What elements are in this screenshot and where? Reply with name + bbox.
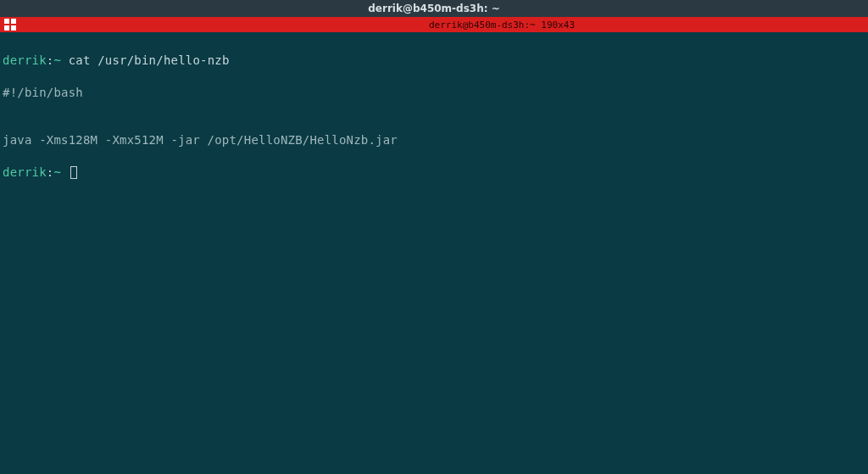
terminal-line: derrik:~ cat /usr/bin/hello-nzb: [3, 53, 865, 69]
terminal-cursor: [70, 166, 77, 179]
tiling-icon[interactable]: [4, 19, 16, 31]
prompt-user: derrik: [3, 53, 47, 67]
terminal-output: #!/bin/bash: [3, 85, 865, 101]
prompt-user: derrik: [3, 165, 47, 179]
prompt-cwd: ~: [53, 53, 61, 67]
command-text: cat /usr/bin/hello-nzb: [69, 53, 230, 67]
window-titlebar: derrik@b450m-ds3h: ~: [0, 0, 868, 17]
terminal-tabbar: derrik@b450m-ds3h:~ 190x43: [0, 17, 868, 32]
tab-info-label: derrik@b450m-ds3h:~ 190x43: [429, 20, 575, 31]
terminal-viewport[interactable]: derrik:~ cat /usr/bin/hello-nzb #!/bin/b…: [0, 32, 868, 201]
prompt-cwd: ~: [53, 165, 61, 179]
terminal-line: derrik:~: [3, 165, 865, 181]
window-title: derrik@b450m-ds3h: ~: [368, 3, 499, 14]
terminal-output: java -Xms128M -Xmx512M -jar /opt/HelloNZ…: [3, 132, 865, 148]
